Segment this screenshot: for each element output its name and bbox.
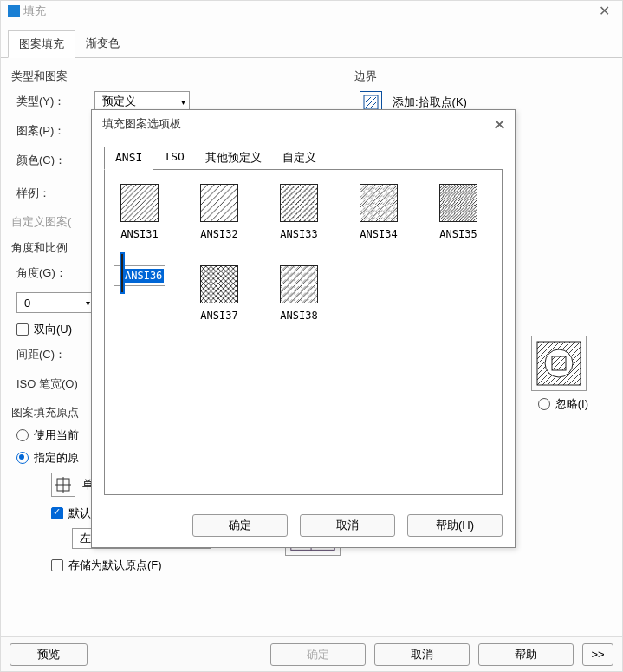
radio-icon [16, 452, 29, 464]
pattern-palette-dialog: 填充图案选项板 ✕ ANSI ISO 其他预定义 自定义 ANSI31ANSI3… [91, 109, 516, 548]
add-pick-label: 添加:拾取点(K) [393, 95, 467, 110]
tab-ansi[interactable]: ANSI [104, 147, 153, 170]
swatch-label: ANSI37 [198, 309, 239, 323]
spacing-label: 间距(C)： [16, 347, 94, 362]
svg-rect-37 [281, 266, 317, 303]
ignore-label: 忽略(I) [555, 396, 588, 412]
swatch-label: ANSI34 [358, 227, 399, 241]
svg-rect-35 [201, 266, 237, 303]
type-value: 预定义 [102, 94, 136, 109]
pattern-swatch-ansi37[interactable]: ANSI37 [193, 265, 245, 323]
swatch-label: ANSI32 [198, 227, 239, 241]
modal-ok-button[interactable]: 确定 [192, 514, 288, 537]
type-label: 类型(Y)： [16, 94, 94, 109]
bottom-bar: 预览 确定 取消 帮助 >> [1, 636, 622, 671]
hatch-icon [360, 184, 398, 222]
tab-gradient[interactable]: 渐变色 [75, 30, 130, 57]
store-origin-label: 存储为默认原点(F) [68, 558, 162, 573]
svg-rect-29 [360, 185, 397, 221]
svg-line-16 [366, 97, 371, 102]
radio-icon [16, 429, 29, 441]
modal-tabs: ANSI ISO 其他预定义 自定义 [92, 138, 515, 169]
hatch-icon [280, 184, 318, 222]
color-label: 颜色(C)： [16, 153, 94, 168]
group-type-pattern: 类型和图案 [11, 69, 341, 84]
svg-rect-31 [440, 185, 477, 221]
hatch-icon [200, 184, 238, 222]
use-current-label: 使用当前 [34, 427, 79, 443]
svg-rect-21 [552, 356, 566, 370]
modal-title: 填充图案选项板 [102, 116, 181, 132]
checkbox-icon [51, 559, 63, 571]
checkbox-icon [16, 323, 29, 336]
pattern-swatch-ansi31[interactable]: ANSI31 [114, 184, 165, 241]
svg-line-15 [366, 97, 376, 108]
modal-titlebar: 填充图案选项板 [92, 110, 515, 138]
dialog-title: 填充 [23, 3, 46, 19]
svg-rect-27 [281, 185, 317, 221]
pattern-swatch-ansi33[interactable]: ANSI33 [273, 184, 325, 241]
hatch-icon [120, 184, 159, 222]
checkbox-icon [51, 507, 63, 519]
close-icon[interactable]: ✕ [493, 115, 506, 134]
modal-help-button[interactable]: 帮助(H) [407, 514, 503, 537]
app-icon [8, 5, 20, 17]
radio-icon [538, 398, 550, 410]
svg-rect-23 [121, 185, 158, 221]
angle-label: 角度(G)： [16, 265, 94, 281]
svg-line-17 [371, 102, 376, 108]
swatch-label: ANSI31 [119, 227, 159, 241]
store-origin-checkbox[interactable]: 存储为默认原点(F) [51, 558, 275, 573]
help-button[interactable]: 帮助 [478, 643, 574, 666]
modal-cancel-button[interactable]: 取消 [300, 514, 395, 537]
pick-origin-button[interactable] [51, 473, 75, 497]
dialog-titlebar: 填充 [1, 1, 622, 22]
pattern-label: 图案(P)： [16, 123, 94, 139]
close-icon[interactable]: ✕ [599, 3, 610, 19]
pattern-grid: ANSI31ANSI32ANSI33ANSI34ANSI35ANSI36ANSI… [104, 169, 503, 495]
main-tabs: 图案填充 渐变色 [1, 22, 622, 58]
cancel-button[interactable]: 取消 [374, 643, 470, 666]
pattern-swatch-ansi34[interactable]: ANSI34 [353, 184, 405, 241]
hatch-icon [439, 184, 477, 222]
hatch-icon [280, 265, 318, 303]
ok-button[interactable]: 确定 [270, 643, 366, 666]
tab-custom[interactable]: 自定义 [272, 147, 327, 169]
swatch-label: ANSI36 [123, 269, 164, 283]
pick-point-icon [362, 94, 380, 111]
swatch-label: ANSI35 [438, 227, 478, 241]
spec-origin-label: 指定的原 [34, 450, 79, 466]
pattern-swatch-ansi32[interactable]: ANSI32 [193, 184, 245, 241]
double-label: 双向(U) [34, 322, 72, 337]
swatch-label: ANSI38 [278, 309, 319, 323]
pattern-swatch-ansi36[interactable]: ANSI36 [114, 265, 165, 286]
swatch-label: ANSI33 [278, 227, 319, 241]
island-preview [531, 336, 587, 391]
target-icon [55, 477, 71, 493]
expand-button[interactable]: >> [582, 643, 613, 666]
hatch-icon [200, 265, 238, 303]
sample-label: 样例： [16, 186, 94, 201]
tab-other[interactable]: 其他预定义 [195, 147, 272, 169]
angle-select[interactable]: 0 ▾ [16, 292, 94, 313]
chevron-down-icon: ▾ [86, 298, 90, 308]
tab-iso[interactable]: ISO [153, 147, 194, 169]
group-boundary: 边界 [354, 69, 588, 84]
tab-hatch[interactable]: 图案填充 [8, 30, 75, 58]
preview-button[interactable]: 预览 [10, 643, 88, 666]
pattern-swatch-ansi35[interactable]: ANSI35 [432, 184, 484, 241]
angle-value: 0 [24, 297, 30, 310]
svg-rect-25 [201, 185, 237, 221]
pattern-swatch-ansi38[interactable]: ANSI38 [273, 265, 325, 323]
chevron-down-icon: ▾ [181, 97, 185, 107]
